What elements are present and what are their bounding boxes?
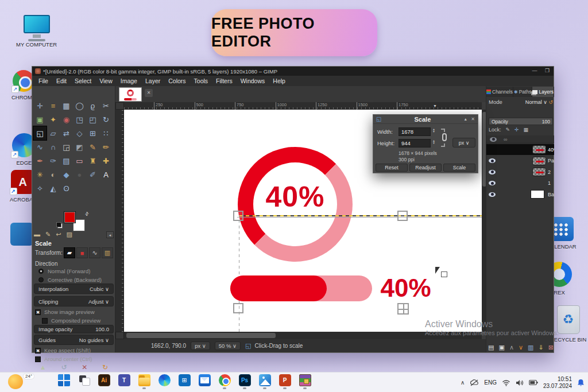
pencil-tool[interactable]: ✏ (99, 140, 113, 154)
language-indicator[interactable]: ENG (484, 379, 497, 386)
image-tab-thumbnail[interactable] (119, 87, 142, 102)
handle-transform-tool[interactable]: ∷ (99, 126, 113, 140)
blur-sharpen-tool[interactable]: ◆ (60, 168, 73, 181)
taskbar-icon-mail[interactable] (198, 374, 211, 386)
taskbar-icon-illustrator[interactable]: Ai (98, 374, 110, 386)
delete-tool-preset-button[interactable]: ✕ (82, 363, 87, 371)
clone-tool[interactable]: ♜ (86, 154, 99, 168)
menu-item-edit[interactable]: Edit (52, 76, 71, 86)
tray-chevron-icon[interactable]: ∧ (461, 379, 465, 386)
readjust-button[interactable]: Readjust (409, 164, 442, 172)
gradient-tool[interactable]: ◩ (73, 140, 86, 154)
height-input[interactable]: 944 (399, 139, 431, 148)
perspective-tool[interactable]: ◲ (60, 140, 73, 154)
width-input[interactable]: 1678 (399, 127, 431, 136)
select-by-color-tool[interactable]: ◉ (60, 112, 73, 126)
warp-transform-tool[interactable]: ∿ (33, 140, 47, 154)
taskbar-icon-photoshop[interactable]: Ps (238, 374, 251, 389)
3d-transform-tool[interactable]: ◇ (73, 126, 86, 140)
desktop-icon-recycle-bin[interactable]: ♻ RECYCLE BIN (550, 305, 586, 343)
speaker-icon[interactable] (516, 379, 524, 386)
weather-widget[interactable]: 24° (8, 374, 23, 389)
tab-layers[interactable]: Layers (532, 87, 554, 97)
paintbrush-tool[interactable]: ✎ (86, 140, 99, 154)
smudge-tool[interactable]: ✳ (33, 168, 47, 181)
clock[interactable]: 10:51 23.07.2024 (543, 376, 572, 390)
tool-options-tab[interactable]: ▬ (34, 231, 40, 238)
chain-link-icon[interactable] (441, 143, 445, 147)
save-tool-preset-button[interactable]: ▲ (40, 363, 47, 371)
undo-history-tab[interactable]: ↩ (56, 231, 61, 238)
swap-colors-icon[interactable]: ⇄ (84, 211, 90, 217)
heal-tool[interactable]: ✚ (99, 154, 113, 168)
lock-alpha-icon[interactable]: ▦ (524, 127, 529, 133)
menu-item-image[interactable]: Image (117, 76, 141, 86)
minimize-button[interactable]: — (528, 67, 541, 75)
desktop-icon-unknown[interactable] (10, 223, 33, 246)
transform-selection-button[interactable]: ■ (76, 247, 88, 258)
layer-row[interactable]: 1 (486, 178, 554, 189)
scale-tool[interactable]: ◱ (33, 126, 47, 140)
menu-item-windows[interactable]: Windows (237, 76, 269, 86)
taskbar-icon-edge[interactable] (158, 374, 171, 386)
image-opacity-slider[interactable]: Image opacity 100.0 (34, 325, 114, 333)
visibility-toggle[interactable] (486, 170, 498, 174)
direction-option-normal[interactable]: Normal (Forward) (38, 268, 90, 274)
raise-layer-button[interactable]: ∧ (509, 344, 514, 351)
transform-handle-top-right[interactable] (397, 211, 408, 221)
default-colors-icon[interactable] (56, 222, 63, 228)
menu-item-colors[interactable]: Colors (164, 76, 189, 86)
rotate-tool[interactable]: ↻ (99, 112, 113, 126)
airbrush-tool[interactable]: ✐ (86, 168, 99, 181)
measure-tool[interactable]: ◭ (47, 181, 60, 195)
duplicate-layer-button[interactable]: ▥ (528, 344, 533, 351)
transform-handle-bottom-left[interactable] (233, 303, 243, 313)
ellipse-select-tool[interactable]: ◯ (73, 99, 86, 112)
scale-button[interactable]: Scale (443, 164, 475, 172)
menu-item-view[interactable]: View (95, 76, 117, 86)
height-spinner[interactable]: ▲▼ (432, 139, 435, 144)
quick-mask-button[interactable] (115, 332, 124, 339)
gimp-titlebar[interactable]: *[Untitled]-2.0 (RGB color 8-bit gamma i… (32, 67, 554, 76)
clipping-dropdown[interactable]: Clipping Adjust ∨ (34, 296, 114, 306)
desktop-icon-my-computer[interactable]: MY COMPUTER (16, 15, 57, 48)
images-tab[interactable]: ▨ (66, 231, 72, 238)
taskbar-icon-file-explorer[interactable] (138, 374, 150, 389)
flip-tool[interactable]: ⇄ (60, 126, 73, 140)
reset-button[interactable]: Reset (376, 164, 408, 172)
dodge-burn-tool[interactable]: ◐ (47, 168, 60, 181)
vertical-ruler[interactable] (115, 110, 124, 332)
layer-row[interactable]: 40% #1 (486, 144, 554, 155)
taskbar-icon-task-view[interactable] (78, 374, 90, 386)
taskbar-icon-teams[interactable]: T (118, 374, 130, 386)
direction-option-corrective[interactable]: Corrective (Backward) (38, 277, 102, 283)
taskbar-icon-store[interactable]: ⊞ (178, 374, 191, 386)
taskbar-icon-winrar[interactable] (299, 374, 311, 389)
color-picker-tool[interactable]: ✧ (33, 181, 47, 195)
paths-tool[interactable]: ∩ (47, 140, 60, 154)
composited-preview-checkbox[interactable]: Composited preview (42, 317, 100, 324)
transform-handle-bottom-right[interactable] (397, 303, 409, 315)
ink-tool[interactable]: ✒ (33, 154, 47, 168)
scale-dialog-titlebar[interactable]: ◱ Scale ▲ ✕ (373, 115, 478, 124)
rectangle-select-tool[interactable]: ▦ (60, 99, 73, 112)
menu-item-tools[interactable]: Tools (190, 76, 212, 86)
width-spinner[interactable]: ▲▼ (432, 128, 435, 133)
mode-dropdown[interactable]: Normal ∨ ↺ (525, 99, 553, 105)
move-tool[interactable]: ✛ (33, 99, 47, 112)
mode-switch-icon[interactable]: ↺ (548, 99, 553, 105)
tab-paths[interactable]: ✱Paths (513, 87, 533, 97)
text-tool[interactable]: A (99, 168, 113, 181)
shear-tool[interactable]: ▱ (47, 126, 60, 140)
transform-handle-top-left[interactable] (233, 211, 243, 221)
ruler-corner-button[interactable] (115, 102, 124, 110)
n-point-deformation-tool[interactable]: ⊞ (86, 126, 99, 140)
bucket-fill-tool[interactable]: ▤ (60, 154, 73, 168)
layer-row[interactable]: Pasted Layer (486, 156, 554, 166)
reset-tool-options-button[interactable]: ↻ (102, 363, 108, 371)
keep-aspect-checkbox[interactable]: ✖ Keep aspect (Shift) (35, 347, 91, 354)
crop-tool[interactable]: ◳ (73, 112, 86, 126)
taskbar-icon-powerpoint[interactable]: P (278, 374, 291, 389)
interpolation-dropdown[interactable]: Interpolation Cubic ∨ (34, 284, 114, 294)
taskbar-icon-start[interactable] (57, 374, 70, 386)
